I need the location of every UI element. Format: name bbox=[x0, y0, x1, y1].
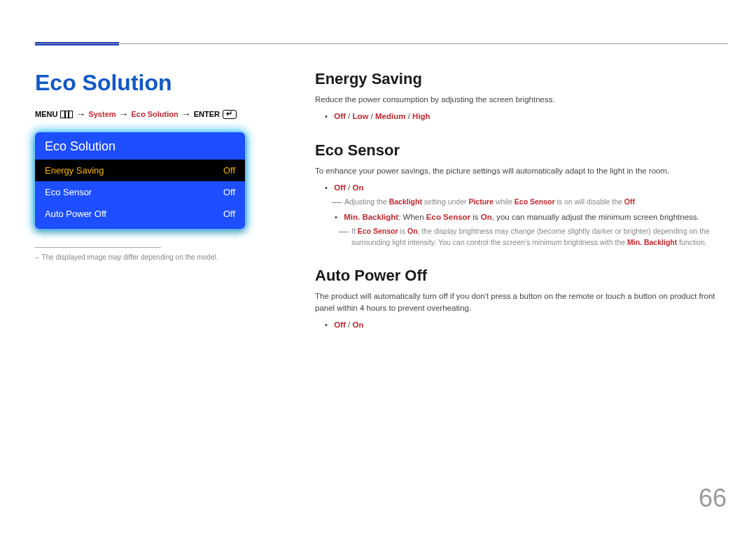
osd-row-value: Off bbox=[223, 209, 235, 219]
breadcrumb-enter: ENTER bbox=[194, 110, 220, 118]
page-number: 66 bbox=[699, 484, 727, 513]
section-energy-saving: Energy Saving Reduce the power consumpti… bbox=[315, 70, 728, 123]
section-auto-power-off: Auto Power Off The product will automati… bbox=[315, 267, 728, 332]
breadcrumb-system: System bbox=[88, 110, 115, 118]
header-rule bbox=[35, 43, 728, 44]
arrow-icon: → bbox=[76, 108, 85, 120]
osd-row-label: Auto Power Off bbox=[45, 209, 106, 219]
footnote-text: The displayed image may differ depending… bbox=[42, 253, 218, 261]
footnote: –The displayed image may differ dependin… bbox=[35, 253, 280, 261]
osd-row-energy-saving[interactable]: Energy Saving Off bbox=[35, 160, 245, 181]
subnote-eco-sensor-on: If Eco Sensor is On, the display brightn… bbox=[315, 226, 728, 248]
arrow-icon: → bbox=[181, 108, 191, 120]
osd-row-auto-power-off[interactable]: Auto Power Off Off bbox=[35, 203, 245, 229]
note-eco-backlight: Adjusting the Backlight setting under Pi… bbox=[315, 197, 728, 208]
heading-energy-saving: Energy Saving bbox=[315, 70, 728, 88]
options-auto-power-off: Off / On bbox=[315, 318, 728, 331]
osd-row-value: Off bbox=[223, 187, 235, 197]
breadcrumb-menu: MENU bbox=[35, 110, 57, 118]
osd-row-label: Energy Saving bbox=[45, 165, 104, 176]
right-column: Energy Saving Reduce the power consumpti… bbox=[301, 70, 728, 335]
osd-row-label: Eco Sensor bbox=[45, 187, 92, 197]
breadcrumb: MENU → System → Eco Solution → ENTER bbox=[35, 108, 280, 120]
osd-row-value: Off bbox=[223, 165, 235, 176]
opt: Low bbox=[352, 112, 368, 120]
enter-icon bbox=[223, 110, 237, 119]
opt: Off bbox=[334, 112, 346, 120]
page-title: Eco Solution bbox=[35, 70, 280, 96]
page-content: Eco Solution MENU → System → Eco Solutio… bbox=[35, 70, 728, 335]
body-eco-sensor: To enhance your power savings, the pictu… bbox=[315, 165, 728, 177]
osd-row-eco-sensor[interactable]: Eco Sensor Off bbox=[35, 181, 245, 203]
opt: On bbox=[352, 321, 363, 329]
footnote-divider bbox=[35, 247, 161, 248]
opt: High bbox=[412, 112, 430, 120]
osd-title: Eco Solution bbox=[35, 132, 245, 160]
heading-eco-sensor: Eco Sensor bbox=[315, 141, 728, 160]
sub-min-backlight: Min. Backlight: When Eco Sensor is On, y… bbox=[315, 211, 728, 223]
arrow-icon: → bbox=[119, 108, 129, 120]
options-eco-sensor: Off / On bbox=[315, 181, 728, 194]
osd-panel: Eco Solution Energy Saving Off Eco Senso… bbox=[35, 132, 245, 229]
menu-icon bbox=[60, 111, 73, 118]
breadcrumb-eco: Eco Solution bbox=[132, 110, 178, 118]
section-eco-sensor: Eco Sensor To enhance your power savings… bbox=[315, 141, 728, 248]
opt: Off bbox=[334, 183, 346, 192]
heading-auto-power-off: Auto Power Off bbox=[315, 267, 728, 285]
opt: On bbox=[352, 183, 363, 192]
opt: Medium bbox=[375, 112, 405, 120]
opt: Off bbox=[334, 321, 346, 329]
body-auto-power-off: The product will automatically turn off … bbox=[315, 290, 728, 315]
options-energy-saving: Off / Low / Medium / High bbox=[315, 110, 728, 122]
left-column: Eco Solution MENU → System → Eco Solutio… bbox=[35, 70, 301, 335]
body-energy-saving: Reduce the power consumption by adjustin… bbox=[315, 94, 728, 106]
